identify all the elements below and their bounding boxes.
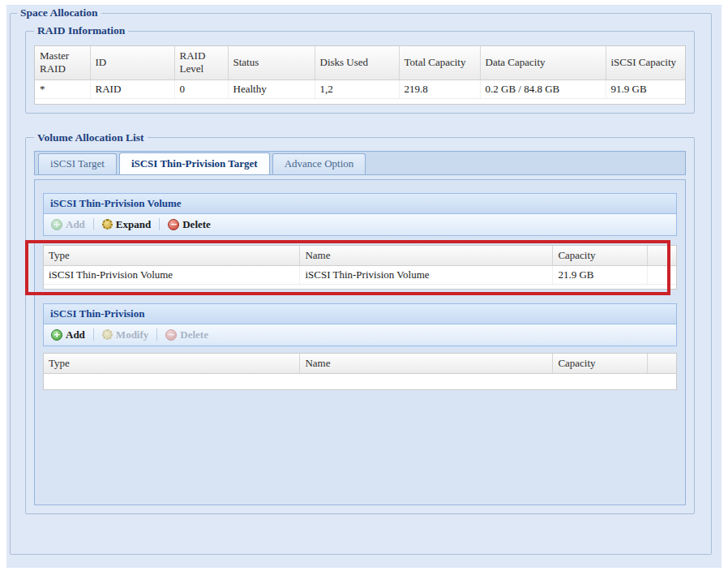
- thin-modify-button[interactable]: Modify: [100, 328, 151, 342]
- raid-table: Master RAID ID RAID Level Status Disks U…: [34, 45, 686, 105]
- add-icon: +: [51, 329, 62, 341]
- raid-col-iscsi-capacity[interactable]: iSCSI Capacity: [606, 46, 685, 79]
- raid-col-total-capacity[interactable]: Total Capacity: [399, 46, 480, 79]
- raid-col-id[interactable]: ID: [90, 46, 174, 79]
- thin-privision-volume-panel: iSCSI Thin-Privision Volume + Add Expand: [43, 193, 677, 236]
- thin-privision-tab-panel: iSCSI Thin-Privision Volume + Add Expand: [34, 179, 686, 505]
- toolbar-separator: [159, 218, 160, 230]
- thin-col-capacity[interactable]: Capacity: [553, 354, 648, 374]
- raid-cell-data: 0.2 GB / 84.8 GB: [480, 79, 606, 98]
- thin-privision-volume-grid-wrap: Type Name Capacity iSCSI Thin-Privision …: [43, 245, 677, 290]
- toolbar-separator: [93, 328, 94, 341]
- thin-privision-volume-toolbar: + Add Expand − Delete: [44, 214, 676, 235]
- volume-delete-button[interactable]: − Delete: [165, 217, 213, 232]
- raid-cell-id: RAID: [90, 79, 174, 98]
- thin-add-button[interactable]: + Add: [49, 328, 88, 342]
- raid-cell-status: Healthy: [228, 79, 315, 98]
- thin-privision-panel-title: iSCSI Thin-Privision: [44, 304, 676, 324]
- thin-grid-header-row: Type Name Capacity: [44, 354, 676, 374]
- volume-col-spacer: [648, 246, 676, 266]
- tab-advance-option[interactable]: Advance Option: [272, 153, 366, 174]
- toolbar-separator: [93, 218, 94, 230]
- volume-tab-strip: iSCSI Target iSCSI Thin-Privision Target…: [34, 151, 686, 175]
- volume-expand-button[interactable]: Expand: [100, 217, 153, 232]
- thin-privision-volume-panel-title: iSCSI Thin-Privision Volume: [44, 194, 676, 214]
- tab-iscsi-target[interactable]: iSCSI Target: [38, 153, 117, 174]
- thin-privision-volume-grid: Type Name Capacity iSCSI Thin-Privision …: [43, 245, 677, 290]
- volume-delete-label: Delete: [182, 218, 211, 231]
- space-allocation-legend: Space Allocation: [17, 6, 101, 19]
- volume-col-name[interactable]: Name: [300, 246, 553, 266]
- thin-delete-button[interactable]: − Delete: [163, 328, 211, 342]
- volume-cell-type: iSCSI Thin-Privision Volume: [44, 265, 300, 284]
- raid-col-master-raid[interactable]: Master RAID: [35, 46, 90, 79]
- thin-col-spacer: [648, 354, 676, 374]
- raid-cell-master: *: [35, 79, 90, 98]
- volume-allocation-fieldset: Volume Allocation List iSCSI Target iSCS…: [25, 131, 695, 514]
- thin-col-type[interactable]: Type: [44, 354, 300, 374]
- thin-col-name[interactable]: Name: [300, 354, 553, 374]
- space-allocation-fieldset: Space Allocation RAID Information Master…: [10, 6, 712, 555]
- raid-header-row: Master RAID ID RAID Level Status Disks U…: [35, 46, 685, 79]
- raid-information-fieldset: RAID Information Master RAID ID RAID Lev…: [25, 24, 695, 114]
- volume-grid-header-row: Type Name Capacity: [44, 246, 676, 266]
- tab-iscsi-thin-privision-target[interactable]: iSCSI Thin-Privision Target: [119, 152, 270, 174]
- modify-icon: [102, 329, 113, 340]
- volume-grid-row[interactable]: iSCSI Thin-Privision Volume iSCSI Thin-P…: [44, 265, 676, 284]
- raid-col-status[interactable]: Status: [228, 46, 315, 79]
- thin-privision-panel: iSCSI Thin-Privision + Add Modify: [43, 303, 677, 346]
- thin-privision-toolbar: + Add Modify − Delete: [44, 324, 676, 346]
- raid-row[interactable]: * RAID 0 Healthy 1,2 219.8 0.2 GB / 84.8…: [35, 79, 685, 98]
- raid-col-disks-used[interactable]: Disks Used: [315, 46, 399, 79]
- toolbar-separator: [156, 328, 157, 341]
- thin-add-label: Add: [66, 328, 85, 341]
- thin-privision-grid: Type Name Capacity: [43, 353, 677, 390]
- volume-expand-label: Expand: [116, 218, 151, 231]
- volume-cell-name: iSCSI Thin-Privision Volume: [300, 265, 553, 284]
- raid-cell-iscsi: 91.9 GB: [606, 79, 685, 98]
- volume-col-capacity[interactable]: Capacity: [553, 246, 648, 266]
- thin-grid-empty-body: [44, 374, 676, 389]
- add-icon: +: [51, 219, 62, 230]
- volume-col-type[interactable]: Type: [44, 246, 300, 266]
- raid-cell-total: 219.8: [399, 79, 480, 98]
- delete-icon: −: [168, 219, 179, 230]
- thin-modify-label: Modify: [116, 328, 148, 341]
- raid-cell-level: 0: [174, 79, 228, 98]
- delete-icon: −: [165, 329, 177, 341]
- volume-allocation-legend: Volume Allocation List: [34, 131, 148, 144]
- volume-add-label: Add: [66, 218, 85, 231]
- volume-cell-spacer: [648, 265, 676, 284]
- thin-delete-label: Delete: [180, 328, 208, 341]
- page-background: Space Allocation RAID Information Master…: [6, 5, 722, 568]
- raid-col-data-capacity[interactable]: Data Capacity: [480, 46, 606, 79]
- volume-cell-capacity: 21.9 GB: [553, 265, 648, 284]
- expand-icon: [102, 219, 113, 230]
- raid-information-legend: RAID Information: [34, 24, 128, 37]
- raid-cell-disks: 1,2: [315, 79, 399, 98]
- raid-col-raid-level[interactable]: RAID Level: [174, 46, 228, 79]
- volume-add-button[interactable]: + Add: [49, 217, 88, 232]
- thin-privision-grid-wrap: Type Name Capacity: [43, 353, 677, 390]
